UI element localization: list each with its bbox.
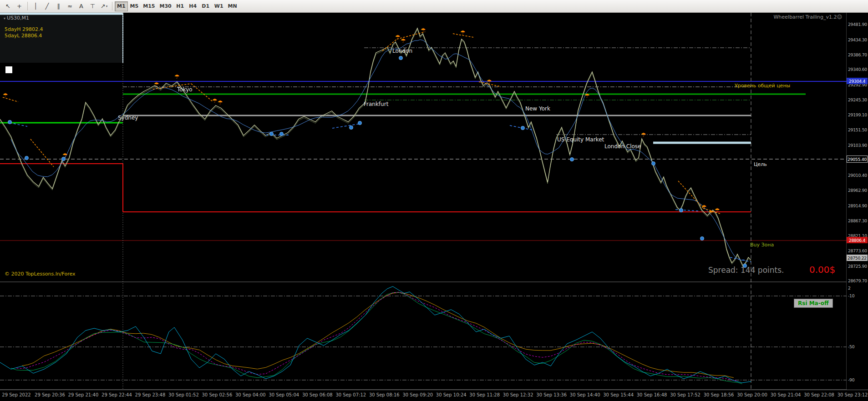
umbrella-icon: ☂	[460, 30, 466, 35]
time-axis-label: 30 Sep 01:52	[168, 392, 199, 397]
time-axis-label: 30 Sep 23:12	[838, 392, 868, 397]
time-axis-label: 30 Sep 21:04	[771, 392, 801, 397]
time-axis-label: 30 Sep 11:28	[469, 392, 500, 397]
timeframe-button-m5[interactable]: M5	[128, 1, 141, 11]
arrow-objects-tool[interactable]: ↗▾	[98, 1, 110, 11]
time-axis-label: 30 Sep 18:56	[704, 392, 734, 397]
price-axis-label: 29010.40	[848, 173, 867, 178]
timeframe-button-h1[interactable]: H1	[174, 1, 187, 11]
session-label-us-equity-market: US Equity Market	[557, 136, 604, 143]
price-axis-label: 28914.90	[848, 203, 867, 208]
timeframe-button-m15[interactable]: M15	[141, 1, 157, 11]
price-axis-label: 29151.50	[848, 127, 867, 132]
time-axis-label: 29 Sep 22:44	[102, 392, 132, 397]
symbol-label: ▾US30,M1	[4, 15, 29, 21]
price-axis-label: 28679.70	[848, 278, 867, 283]
clock-icon	[279, 132, 284, 136]
five-day-high-label: 5dayH 29802.4	[5, 26, 43, 32]
umbrella-icon: ☂	[701, 204, 707, 210]
fibonacci-tool[interactable]: ≈	[64, 1, 76, 11]
time-axis-label: 30 Sep 20:00	[737, 392, 767, 397]
trendline-tool-icon: ╱	[46, 3, 49, 10]
umbrella-icon: ☂	[401, 38, 406, 44]
time-axis[interactable]: 29 Sep 202229 Sep 20:3629 Sep 21:4029 Se…	[0, 390, 868, 401]
timeframe-button-m30[interactable]: M30	[157, 1, 173, 11]
timeframe-button-m1[interactable]: M1	[115, 1, 128, 11]
timeframe-button-h4[interactable]: H4	[187, 1, 199, 11]
crosshair-tool[interactable]: +	[14, 1, 25, 11]
time-axis-label: 30 Sep 06:08	[302, 392, 333, 397]
time-axis-label: 29 Sep 21:40	[68, 392, 99, 397]
time-axis-label: 30 Sep 17:52	[670, 392, 700, 397]
crosshair-tool-icon: +	[17, 3, 22, 10]
clock-icon	[570, 157, 574, 161]
umbrella-icon: ☂	[421, 27, 426, 33]
session-label-london: London	[392, 48, 412, 54]
cursor-tool[interactable]: ↖	[2, 1, 14, 11]
dropdown-caret-icon: ▾	[106, 5, 108, 8]
price-axis-label: 28962.90	[848, 188, 867, 193]
time-axis-label: 30 Sep 15:44	[603, 392, 634, 397]
copyright-label: © 2020 TopLessons.In/Forex	[5, 271, 76, 277]
clock-icon	[269, 132, 274, 136]
time-axis-label: 30 Sep 02:56	[202, 392, 233, 397]
toolbar-separator	[27, 2, 28, 10]
profit-label: 0.00$	[809, 264, 835, 275]
text-tool-icon: A	[79, 3, 83, 10]
umbrella-icon: ☂	[218, 100, 223, 105]
symbol-marker-icon: ▾	[4, 16, 5, 20]
channel-tool[interactable]: ∥	[53, 1, 64, 11]
price-axis-label: 29340.60	[848, 67, 867, 72]
timeframe-button-mn[interactable]: MN	[226, 1, 239, 11]
price-axis-label: 29386.70	[848, 52, 867, 57]
indicator-level-label: -90	[848, 377, 854, 382]
vertical-line-tool-icon: │	[34, 3, 38, 10]
trendline-tool[interactable]: ╱	[41, 1, 53, 11]
time-axis-label: 30 Sep 05:04	[269, 392, 299, 397]
arrow-objects-tool-icon: ↗	[101, 3, 106, 10]
price-axis-label: 28773.60	[848, 248, 867, 253]
umbrella-icon: ☂	[715, 207, 720, 213]
vertical-line-tool[interactable]: │	[30, 1, 41, 11]
time-axis-label: 30 Sep 04:00	[235, 392, 266, 397]
session-label-london-close: London Close	[604, 143, 641, 150]
channel-tool-icon: ∥	[57, 3, 60, 10]
clock-icon	[8, 120, 12, 124]
time-axis-label: 30 Sep 08:16	[369, 392, 400, 397]
clock-icon	[700, 236, 704, 241]
text-tool[interactable]: A	[76, 1, 87, 11]
price-axis-label: 29481.90	[848, 22, 867, 27]
time-axis-label: 30 Sep 16:48	[637, 392, 667, 397]
time-axis-label: 30 Sep 13:36	[536, 392, 567, 397]
time-axis-label: 30 Sep 22:08	[804, 392, 834, 397]
timeframe-button-d1[interactable]: D1	[199, 1, 212, 11]
time-axis-label: 29 Sep 23:48	[135, 392, 166, 397]
cursor-tool-icon: ↖	[5, 3, 10, 10]
price-axis-label: 28867.30	[848, 218, 867, 223]
general-price-box: 29304.4	[847, 78, 868, 84]
spread-label: Spread: 144 points.	[708, 266, 784, 275]
price-axis-label: 29245.30	[848, 97, 867, 102]
clock-icon	[399, 56, 403, 60]
rsi-ma-toggle-button[interactable]: Rsi Ma-off	[794, 299, 833, 308]
toolbar: ↖+│╱∥≈A⊤↗▾M1M5M15M30H1H4D1W1MN	[0, 0, 868, 13]
price-axis-label: 29199.10	[848, 112, 867, 117]
time-axis-label: 29 Sep 2022	[2, 392, 30, 397]
label-tool[interactable]: ⊤	[87, 1, 98, 11]
timeframe-button-w1[interactable]: W1	[212, 1, 226, 11]
clock-icon	[358, 121, 362, 125]
umbrella-icon: ☂	[584, 93, 590, 99]
session-label-sydney: Sydney	[118, 115, 138, 121]
session-label-tokyo: Tokyo	[177, 86, 193, 93]
chart-canvas[interactable]	[0, 0, 868, 401]
umbrella-icon: ☂	[3, 92, 8, 98]
indicator-level-label: 2	[848, 286, 851, 291]
target-price-box: 29055.40	[847, 155, 868, 163]
mt4-window: ↖+│╱∥≈A⊤↗▾M1M5M15M30H1H4D1W1MN ▾US30,M1 …	[0, 0, 868, 401]
session-label-new-york: New York	[525, 105, 550, 112]
white-marker-box	[5, 66, 12, 73]
fibonacci-tool-icon: ≈	[67, 3, 72, 10]
clock-icon	[521, 126, 525, 130]
indicator-title: Wheelbarrel Trailing_v1.2☺	[728, 14, 842, 20]
price-axis[interactable]: 29481.9029434.3029386.7029340.6029292.90…	[847, 13, 868, 390]
